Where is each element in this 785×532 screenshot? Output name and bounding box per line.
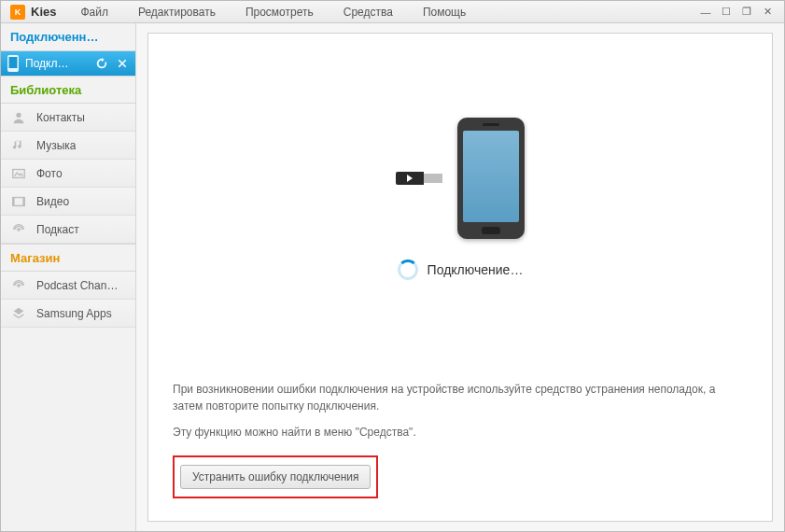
sidebar-header-store: Магазин: [1, 244, 135, 272]
sidebar-item-contacts[interactable]: Контакты: [1, 104, 135, 132]
sidebar-header-connected: Подключенн…: [1, 23, 135, 51]
sidebar-item-video[interactable]: Видео: [1, 188, 135, 216]
svg-rect-5: [13, 197, 15, 205]
minimize-button[interactable]: —: [696, 6, 715, 19]
sidebar-item-label: Музыка: [36, 139, 76, 152]
menu-edit[interactable]: Редактировать: [123, 6, 231, 19]
sidebar-item-label: Подкаст: [36, 223, 79, 236]
app-body: Подключенн… Подкл… Библиотека Контакты М…: [1, 23, 784, 531]
svg-rect-1: [9, 57, 18, 68]
device-label: Подкл…: [25, 57, 89, 70]
sidebar-item-podcast-channel[interactable]: Podcast Chan…: [1, 272, 135, 300]
sidebar-item-label: Фото: [36, 167, 63, 180]
main-area: Подключение… При возникновении ошибки по…: [136, 23, 784, 531]
menu-help[interactable]: Помощь: [408, 6, 481, 19]
sidebar-item-label: Контакты: [36, 111, 85, 124]
highlight-box: Устранить ошибку подключения: [173, 455, 378, 498]
sidebar-item-label: Podcast Chan…: [36, 279, 118, 292]
sidebar-item-photo[interactable]: Фото: [1, 160, 135, 188]
music-icon: [10, 137, 27, 154]
close-device-icon[interactable]: [115, 56, 130, 71]
sidebar-item-samsung-apps[interactable]: Samsung Apps: [1, 300, 135, 328]
sidebar-item-podcast[interactable]: Подкаст: [1, 216, 135, 244]
illustration-row: [396, 118, 525, 239]
refresh-icon[interactable]: [94, 56, 109, 71]
phone-small-icon: [7, 55, 20, 72]
app-window: K Kies Файл Редактировать Просмотреть Ср…: [0, 0, 785, 532]
phone-illustration-icon: [457, 118, 525, 239]
content-panel: Подключение… При возникновении ошибки по…: [147, 33, 773, 522]
svg-rect-6: [22, 197, 24, 205]
photo-icon: [10, 165, 27, 182]
svg-point-2: [16, 112, 21, 117]
illustration-area: Подключение…: [148, 34, 772, 364]
connecting-status: Подключение…: [398, 259, 524, 280]
kies-icon: K: [10, 5, 25, 20]
contacts-icon: [10, 109, 27, 126]
svg-point-8: [17, 284, 21, 287]
spinner-icon: [398, 259, 418, 280]
podcast-channel-icon: [10, 277, 27, 294]
fix-connection-button[interactable]: Устранить ошибку подключения: [180, 465, 371, 489]
sidebar-header-library: Библиотека: [1, 76, 135, 104]
connecting-label: Подключение…: [428, 262, 524, 277]
restore-button[interactable]: ❐: [737, 6, 756, 19]
close-button[interactable]: ✕: [758, 6, 777, 19]
menu-view[interactable]: Просмотреть: [231, 6, 329, 19]
sidebar-item-music[interactable]: Музыка: [1, 132, 135, 160]
window-controls: — ☐ ❐ ✕: [696, 6, 784, 19]
video-icon: [10, 193, 27, 210]
help-text-2: Эту функцию можно найти в меню "Средства…: [173, 424, 748, 441]
menubar: K Kies Файл Редактировать Просмотреть Ср…: [1, 1, 784, 23]
sidebar-item-label: Samsung Apps: [36, 307, 112, 320]
app-name: Kies: [31, 5, 56, 19]
usb-plug-icon: [396, 170, 448, 187]
podcast-icon: [10, 221, 27, 238]
app-brand: K Kies: [1, 5, 65, 20]
maximize-button[interactable]: ☐: [717, 6, 736, 19]
help-text-1: При возникновении ошибки подключения на …: [173, 381, 748, 414]
menu-tools[interactable]: Средства: [329, 6, 408, 19]
help-block: При возникновении ошибки подключения на …: [148, 364, 772, 521]
menu-file[interactable]: Файл: [65, 6, 123, 19]
sidebar-item-label: Видео: [36, 195, 69, 208]
svg-rect-4: [13, 197, 24, 205]
device-row[interactable]: Подкл…: [1, 51, 135, 76]
sidebar: Подключенн… Подкл… Библиотека Контакты М…: [1, 23, 136, 531]
samsung-apps-icon: [10, 305, 27, 322]
svg-point-7: [17, 228, 21, 231]
